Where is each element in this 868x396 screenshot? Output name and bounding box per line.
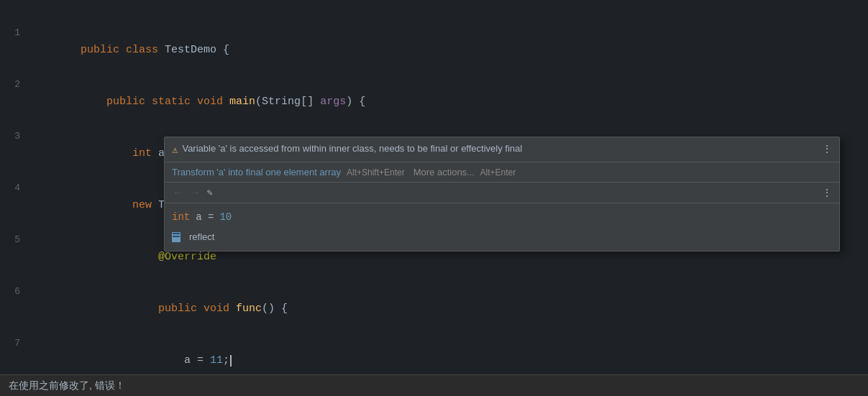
popup-action-row[interactable]: Transform 'a' into final one element arr… [165,162,839,183]
bottom-bar: 在使用之前修改了, 错误！ [0,374,868,396]
action-shortcut: Alt+Shift+Enter [347,167,405,178]
bottom-status-text: 在使用之前修改了, 错误！ [9,379,125,392]
code-line-6: 6 public void func() { [0,283,868,335]
code-line-1: 1 public class TestDemo { [0,24,868,76]
warning-message: Variable 'a' is accessed from within inn… [182,143,818,154]
code-line-2: 2 public static void main(String[] args)… [0,76,868,128]
preview-file-name: reflect [189,229,214,245]
nav-forward-button[interactable]: → [189,185,201,200]
code-line-empty [0,6,868,24]
code-line-7: 7 a = 11; [0,335,868,374]
editor-area: 1 public class TestDemo { 2 public stati… [0,0,868,374]
text-cursor [230,355,232,367]
preview-code-line: int a = 10 [172,209,832,226]
nav-more-dots[interactable]: ⋮ [822,187,832,199]
popup-more-dots[interactable]: ⋮ [822,143,832,155]
suggestion-popup: ⚠ Variable 'a' is accessed from within i… [164,137,840,252]
popup-warning-row: ⚠ Variable 'a' is accessed from within i… [165,137,839,162]
popup-preview-area: int a = 10 reflect [165,203,839,251]
preview-file-line: reflect [172,229,832,245]
popup-nav-row: ← → ✎ ⋮ [165,183,839,203]
file-icon [172,231,183,243]
warning-icon: ⚠ [172,144,178,156]
action-text[interactable]: Transform 'a' into final one element arr… [172,167,341,178]
edit-icon[interactable]: ✎ [207,187,213,198]
nav-back-button[interactable]: ← [172,185,183,200]
more-actions-text[interactable]: More actions... Alt+Enter [414,167,516,178]
